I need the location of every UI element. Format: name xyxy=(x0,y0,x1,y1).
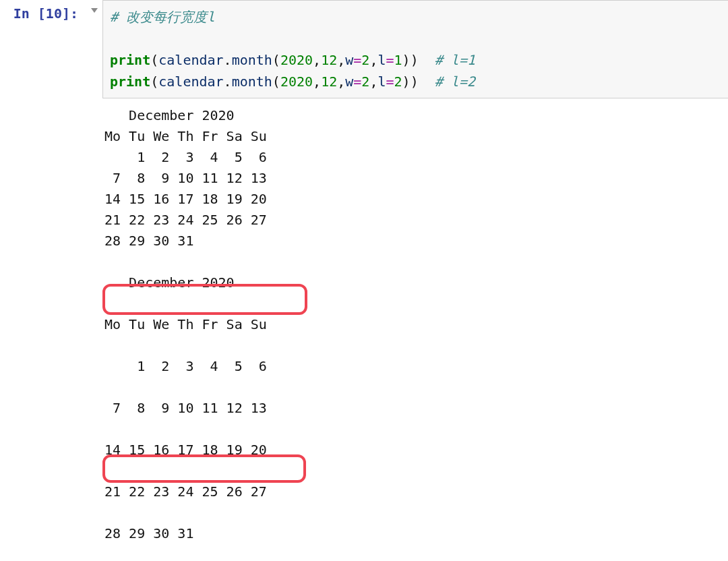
cell-collapse-toggle[interactable] xyxy=(86,0,102,13)
eq-op: = xyxy=(386,73,394,90)
month-val: 12 xyxy=(321,52,337,68)
cal1-row: 28 29 30 31 xyxy=(104,233,193,249)
notebook-cell: In [10]: # 改变每行宽度l print(calendar.month(… xyxy=(0,0,728,98)
eq-op: = xyxy=(386,52,394,68)
cal2-row: 7 8 9 10 11 12 13 xyxy=(104,400,267,416)
method-name: month xyxy=(232,52,272,68)
cal1-title: December 2020 xyxy=(104,107,235,123)
l-param: l xyxy=(377,73,386,90)
annotation-highlight-2 xyxy=(102,454,306,483)
l-val1: 1 xyxy=(394,52,402,68)
year-val: 2020 xyxy=(280,52,313,68)
print-fn: print xyxy=(110,52,150,68)
year-val: 2020 xyxy=(280,73,313,90)
cal1-row: 14 15 16 17 18 19 20 xyxy=(104,191,267,207)
w-param: w xyxy=(345,52,353,68)
l-param: l xyxy=(377,52,386,68)
cell-output: December 2020 Mo Tu We Th Fr Sa Su 1 2 3… xyxy=(0,98,728,561)
cal1-row: 21 22 23 24 25 26 27 xyxy=(104,212,267,228)
module-name: calendar xyxy=(158,73,223,90)
cell-prompt: In [10]: xyxy=(0,0,86,27)
code-input[interactable]: # 改变每行宽度l print(calendar.month(2020,12,w… xyxy=(102,0,728,98)
cal2-row: 28 29 30 31 xyxy=(104,525,193,541)
w-val: 2 xyxy=(361,52,369,68)
line1-comment: # l=1 xyxy=(435,52,475,68)
method-name: month xyxy=(232,73,272,90)
cal2-row: 21 22 23 24 25 26 27 xyxy=(104,483,267,500)
eq-op: = xyxy=(353,52,361,68)
cal1-row: 1 2 3 4 5 6 xyxy=(104,149,267,165)
cal1-header: Mo Tu We Th Fr Sa Su xyxy=(104,128,267,144)
cal2-title: December 2020 xyxy=(104,274,235,291)
cal1-row: 7 8 9 10 11 12 13 xyxy=(104,170,267,186)
code-comment: # 改变每行宽度l xyxy=(110,9,215,25)
cal2-header: Mo Tu We Th Fr Sa Su xyxy=(104,316,267,332)
eq-op: = xyxy=(353,73,361,90)
module-name: calendar xyxy=(158,52,223,68)
w-param: w xyxy=(345,73,353,90)
svg-marker-0 xyxy=(91,8,98,13)
l-val2: 2 xyxy=(394,73,402,90)
line2-comment: # l=2 xyxy=(435,73,475,90)
chevron-down-icon xyxy=(91,7,98,13)
w-val: 2 xyxy=(361,73,369,90)
cal2-row: 14 15 16 17 18 19 20 xyxy=(104,442,267,458)
month-val: 12 xyxy=(321,73,337,90)
cal2-row: 1 2 3 4 5 6 xyxy=(104,358,267,374)
print-fn: print xyxy=(110,73,150,90)
